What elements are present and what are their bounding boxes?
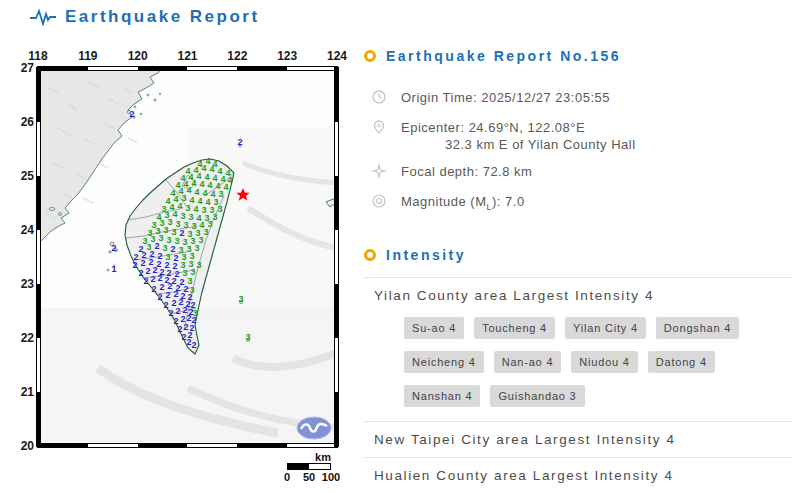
map-frame-right	[334, 67, 339, 447]
lon-label: 119	[78, 49, 97, 63]
origin-time-row: Origin Time: 2025/12/27 23:05:55	[371, 89, 792, 109]
station-intensity-button[interactable]: Toucheng 4	[474, 317, 555, 339]
station-intensity-button[interactable]: Su-ao 4	[404, 317, 464, 339]
epicenter-line1: Epicenter: 24.69°N, 122.08°E	[401, 120, 585, 135]
station-intensity-list: Su-ao 4Toucheng 4Yilan City 4Dongshan 4N…	[404, 317, 792, 407]
scalebar-tick: 50	[303, 471, 315, 483]
lat-label: 25	[14, 169, 34, 183]
orange-bullet-icon	[364, 249, 376, 261]
station-intensity-button[interactable]: Nanshan 4	[404, 385, 480, 407]
lat-label: 22	[14, 331, 34, 345]
scalebar-tick: 100	[322, 471, 340, 483]
depth-icon	[371, 163, 387, 183]
map-frame-top	[37, 66, 338, 71]
report-details: Origin Time: 2025/12/27 23:05:55 Epicent…	[371, 89, 792, 216]
report-heading: Earthquake Report No.156	[386, 48, 621, 64]
magnitude-text: Magnitude (ML): 7.0	[401, 193, 525, 216]
intensity-marker: 2	[237, 138, 242, 147]
lon-label: 122	[227, 49, 247, 63]
intensity-marker: 3	[245, 333, 250, 342]
lon-label: 124	[327, 49, 347, 63]
station-intensity-button[interactable]: Yilan City 4	[565, 317, 646, 339]
intensity-heading-row: Intensity	[364, 247, 792, 263]
lat-label: 27	[14, 61, 34, 75]
lat-label: 26	[14, 115, 34, 129]
cwb-logo	[296, 416, 332, 440]
epicenter-line2: 32.3 km E of Yilan County Hall	[401, 136, 636, 153]
intensity-area-row[interactable]: New Taipei City area Largest Intensity 4	[364, 421, 792, 457]
scalebar-unit: km	[287, 451, 331, 463]
intensity-section: Intensity Yilan County area Largest Inte…	[364, 247, 792, 492]
lon-label: 121	[177, 49, 197, 63]
intensity-marker: 3	[217, 205, 222, 214]
station-intensity-button[interactable]: Guishandao 3	[490, 385, 584, 407]
intensity-marker: 3	[163, 226, 168, 235]
page-title: Earthquake Report	[30, 7, 260, 27]
lon-label: 123	[277, 49, 297, 63]
map-frame-bottom	[37, 443, 338, 448]
epicenter-row: Epicenter: 24.69°N, 122.08°E 32.3 km E o…	[371, 119, 792, 153]
intensity-area-row[interactable]: Hualien County area Largest Intensity 4	[364, 457, 792, 492]
scalebar-tick: 0	[284, 471, 290, 483]
clock-icon	[371, 89, 387, 109]
intensity-marker: 2	[111, 244, 116, 253]
lat-label: 21	[14, 385, 34, 399]
intensity-marker: 3	[196, 261, 201, 270]
focal-depth-row: Focal depth: 72.8 km	[371, 163, 792, 183]
intensity-marker: 3	[203, 228, 208, 237]
intensity-marker: 2	[129, 110, 134, 119]
intensity-area-list: Yilan County area Largest Intensity 4Su-…	[364, 277, 792, 492]
lon-label: 120	[128, 49, 148, 63]
report-heading-row: Earthquake Report No.156	[364, 48, 792, 64]
station-intensity-button[interactable]: Dongshan 4	[656, 317, 739, 339]
seismograph-icon	[30, 8, 56, 26]
focal-depth-text: Focal depth: 72.8 km	[401, 163, 532, 180]
lon-label: 118	[28, 49, 47, 63]
intensity-map[interactable]: 4444444444444444444444444444434434443344…	[38, 68, 337, 446]
intensity-marker: 2	[165, 291, 170, 300]
intensity-marker: 4	[172, 210, 177, 219]
intensity-marker: 2	[143, 277, 148, 286]
lat-label: 20	[14, 439, 34, 453]
lat-label: 23	[14, 277, 34, 291]
intensity-heading: Intensity	[386, 247, 466, 263]
intensity-marker: 2	[191, 341, 196, 350]
station-intensity-button[interactable]: Neicheng 4	[404, 351, 484, 373]
station-intensity-button[interactable]: Niudou 4	[571, 351, 637, 373]
pin-icon	[371, 119, 387, 139]
intensity-area-label: New Taipei City area Largest Intensity 4	[374, 432, 676, 447]
epicenter-text: Epicenter: 24.69°N, 122.08°E 32.3 km E o…	[401, 119, 636, 153]
intensity-marker: 3	[194, 244, 199, 253]
intensity-marker: 4	[186, 186, 191, 195]
origin-time-text: Origin Time: 2025/12/27 23:05:55	[401, 89, 610, 106]
intensity-area-row[interactable]: Yilan County area Largest Intensity 4	[364, 277, 792, 313]
lat-label: 24	[14, 223, 34, 237]
intensity-marker: 3	[212, 213, 217, 222]
intensity-marker: 4	[223, 183, 228, 192]
intensity-marker: 3	[238, 295, 243, 304]
station-intensity-button[interactable]: Datong 4	[648, 351, 715, 373]
map-markers: 4444444444444444444444444444434434443344…	[38, 68, 337, 446]
orange-bullet-icon	[364, 50, 376, 62]
station-intensity-button[interactable]: Nan-ao 4	[494, 351, 562, 373]
intensity-marker: 2	[159, 283, 164, 292]
page-title-text: Earthquake Report	[65, 7, 260, 27]
scalebar	[287, 463, 331, 470]
intensity-marker: 2	[151, 285, 156, 294]
intensity-marker: 4	[177, 202, 182, 211]
intensity-area-label: Yilan County area Largest Intensity 4	[374, 288, 654, 303]
magnitude-icon	[371, 193, 387, 213]
map-frame-left	[36, 67, 41, 447]
report-panel: Earthquake Report No.156 Origin Time: 20…	[364, 48, 792, 492]
intensity-marker: 2	[150, 275, 155, 284]
intensity-marker: 2	[154, 242, 159, 251]
magnitude-row: Magnitude (ML): 7.0	[371, 193, 792, 216]
intensity-marker: 2	[132, 261, 137, 270]
intensity-marker: 1	[111, 265, 116, 274]
intensity-marker: 3	[218, 190, 223, 199]
intensity-area-label: Hualien County area Largest Intensity 4	[374, 468, 674, 483]
intensity-marker: 2	[157, 293, 162, 302]
